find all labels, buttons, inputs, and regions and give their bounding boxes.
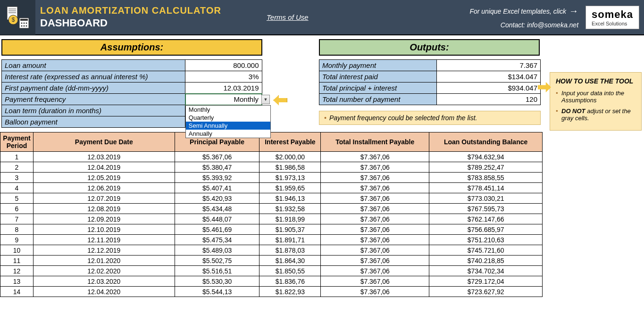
table-cell[interactable]: $7.367,06 [321, 152, 429, 162]
table-cell[interactable]: $1.836,76 [259, 276, 321, 287]
terms-link[interactable]: Terms of Use [267, 13, 309, 21]
table-cell[interactable]: 7 [0, 214, 33, 224]
table-cell[interactable]: $1.973,13 [259, 173, 321, 183]
frequency-dropdown-button[interactable]: ▼ [261, 95, 270, 104]
table-cell[interactable]: 12.04.2019 [33, 162, 175, 173]
table-cell[interactable]: $7.367,06 [321, 204, 429, 214]
table-cell[interactable]: $751.210,63 [429, 235, 543, 245]
table-cell[interactable]: 12.12.2019 [33, 245, 175, 256]
table-cell[interactable]: $762.147,66 [429, 214, 543, 224]
table-cell[interactable]: $723.627,92 [429, 287, 543, 297]
input-interest-rate[interactable]: 3% [185, 71, 262, 82]
table-row: 312.05.2019$5.393,92$1.973,13$7.367,06$7… [0, 173, 543, 183]
table-cell[interactable]: 12.03.2019 [33, 152, 175, 162]
table-cell[interactable]: 12.02.2020 [33, 266, 175, 276]
table-cell[interactable]: $778.451,14 [429, 183, 543, 193]
table-cell[interactable]: $5.434,48 [175, 204, 259, 214]
table-cell[interactable]: 12.11.2019 [33, 235, 175, 245]
table-cell[interactable]: $5.530,30 [175, 276, 259, 287]
table-cell[interactable]: $729.172,04 [429, 276, 543, 287]
table-cell[interactable]: $7.367,06 [321, 266, 429, 276]
table-cell[interactable]: 12 [0, 266, 33, 276]
table-cell[interactable]: $1.918,99 [259, 214, 321, 224]
table-cell[interactable]: $5.393,92 [175, 173, 259, 183]
table-cell[interactable]: $789.252,47 [429, 162, 543, 173]
table-cell[interactable]: 12.03.2020 [33, 276, 175, 287]
table-cell[interactable]: $7.367,06 [321, 214, 429, 224]
frequency-option[interactable]: Annually [186, 130, 270, 138]
table-cell[interactable]: $1.959,65 [259, 183, 321, 193]
frequency-option[interactable]: Monthly [186, 106, 270, 114]
table-cell[interactable]: 12.06.2019 [33, 183, 175, 193]
table-cell[interactable]: 13 [0, 276, 33, 287]
input-frequency[interactable]: Monthly ▼ MonthlyQuarterlySemi AnnuallyA… [185, 94, 262, 105]
table-cell[interactable]: $7.367,06 [321, 235, 429, 245]
frequency-dropdown-list[interactable]: MonthlyQuarterlySemi AnnuallyAnnually [185, 105, 271, 138]
table-cell[interactable]: 12.10.2019 [33, 224, 175, 235]
table-row: 812.10.2019$5.461,69$1.905,37$7.367,06$7… [0, 224, 543, 235]
table-cell[interactable]: 4 [0, 183, 33, 193]
table-cell[interactable]: $1.864,30 [259, 256, 321, 266]
table-cell[interactable]: $7.367,06 [321, 193, 429, 204]
output-total-payments: 120 [436, 94, 540, 105]
table-cell[interactable]: $5.475,34 [175, 235, 259, 245]
table-row: 1412.04.2020$5.544,13$1.822,93$7.367,06$… [0, 287, 543, 297]
table-cell[interactable]: 12.01.2020 [33, 256, 175, 266]
table-cell[interactable]: $1.878,03 [259, 245, 321, 256]
table-cell[interactable]: $7.367,06 [321, 256, 429, 266]
table-cell[interactable]: $767.595,73 [429, 204, 543, 214]
table-cell[interactable]: $7.367,06 [321, 287, 429, 297]
frequency-option[interactable]: Semi Annually [186, 122, 270, 130]
table-cell[interactable]: $5.516,51 [175, 266, 259, 276]
table-cell[interactable]: $5.544,13 [175, 287, 259, 297]
table-cell[interactable]: 11 [0, 256, 33, 266]
table-cell[interactable]: 2 [0, 162, 33, 173]
table-cell[interactable]: $7.367,06 [321, 224, 429, 235]
table-cell[interactable]: $756.685,97 [429, 224, 543, 235]
table-cell[interactable]: 12.05.2019 [33, 173, 175, 183]
table-cell[interactable]: $745.721,60 [429, 245, 543, 256]
table-cell[interactable]: 8 [0, 224, 33, 235]
table-cell[interactable]: $1.850,55 [259, 266, 321, 276]
table-cell[interactable]: $1.905,37 [259, 224, 321, 235]
table-cell[interactable]: $1.932,58 [259, 204, 321, 214]
logo[interactable]: someka Excel Solutions [585, 6, 639, 29]
table-cell[interactable]: 9 [0, 235, 33, 245]
table-cell[interactable]: $783.858,55 [429, 173, 543, 183]
table-cell[interactable]: $5.367,06 [175, 152, 259, 162]
table-cell[interactable]: $5.448,07 [175, 214, 259, 224]
table-cell[interactable]: $1.891,71 [259, 235, 321, 245]
table-cell[interactable]: $5.461,69 [175, 224, 259, 235]
table-cell[interactable]: 6 [0, 204, 33, 214]
table-cell[interactable]: 12.09.2019 [33, 214, 175, 224]
table-cell[interactable]: $794.632,94 [429, 152, 543, 162]
table-cell[interactable]: $734.702,34 [429, 266, 543, 276]
table-cell[interactable]: 12.08.2019 [33, 204, 175, 214]
table-cell[interactable]: $773.030,21 [429, 193, 543, 204]
table-cell[interactable]: $7.367,06 [321, 162, 429, 173]
input-first-payment[interactable]: 12.03.2019 [185, 82, 262, 94]
table-cell[interactable]: $7.367,06 [321, 183, 429, 193]
table-cell[interactable]: $1.822,93 [259, 287, 321, 297]
frequency-option[interactable]: Quarterly [186, 114, 270, 122]
table-cell[interactable]: $1.986,58 [259, 162, 321, 173]
table-cell[interactable]: $5.407,41 [175, 183, 259, 193]
table-cell[interactable]: $1.946,13 [259, 193, 321, 204]
table-cell[interactable]: 1 [0, 152, 33, 162]
table-cell[interactable]: $7.367,06 [321, 173, 429, 183]
table-cell[interactable]: $5.380,47 [175, 162, 259, 173]
table-cell[interactable]: 3 [0, 173, 33, 183]
table-cell[interactable]: 14 [0, 287, 33, 297]
table-cell[interactable]: $7.367,06 [321, 276, 429, 287]
table-cell[interactable]: $2.000,00 [259, 152, 321, 162]
table-cell[interactable]: $7.367,06 [321, 245, 429, 256]
table-cell[interactable]: 12.07.2019 [33, 193, 175, 204]
input-loan-amount[interactable]: 800.000 [185, 60, 262, 71]
table-cell[interactable]: $740.218,85 [429, 256, 543, 266]
table-cell[interactable]: $5.502,75 [175, 256, 259, 266]
table-cell[interactable]: $5.489,03 [175, 245, 259, 256]
table-cell[interactable]: 10 [0, 245, 33, 256]
table-cell[interactable]: $5.420,93 [175, 193, 259, 204]
table-cell[interactable]: 12.04.2020 [33, 287, 175, 297]
table-cell[interactable]: 5 [0, 193, 33, 204]
